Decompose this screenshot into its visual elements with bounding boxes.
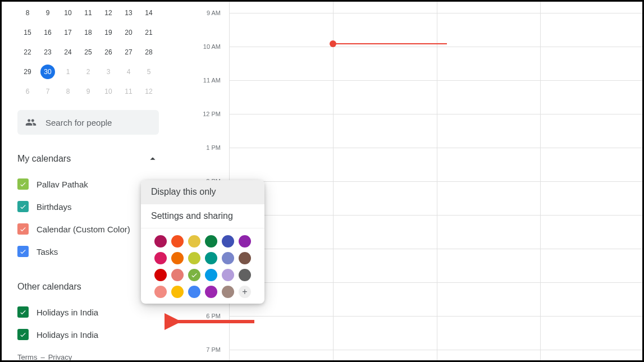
calendar-checkbox[interactable] xyxy=(17,246,29,257)
display-this-only-item[interactable]: Display this only xyxy=(141,180,264,204)
privacy-link[interactable]: Privacy xyxy=(48,353,72,361)
color-swatch[interactable] xyxy=(188,286,200,298)
color-swatch[interactable] xyxy=(171,269,184,281)
color-swatch[interactable] xyxy=(239,269,251,281)
mini-cal-day[interactable]: 9 xyxy=(78,81,98,101)
hour-label: 7 PM xyxy=(206,346,221,353)
mini-cal-day[interactable]: 3 xyxy=(98,62,118,81)
calendar-item[interactable]: Tasks xyxy=(17,240,159,263)
mini-cal-day[interactable]: 5 xyxy=(139,62,159,81)
mini-cal-day[interactable]: 11 xyxy=(78,3,98,22)
calendar-checkbox[interactable] xyxy=(17,178,29,190)
mini-calendar[interactable]: 8910111213141516171819202122232425262728… xyxy=(17,3,159,101)
mini-cal-day[interactable]: 26 xyxy=(98,42,118,62)
mini-cal-day[interactable]: 27 xyxy=(118,42,139,62)
my-calendars-list: Pallav PathakBirthdaysCalendar (Custom C… xyxy=(17,173,159,263)
mini-cal-day[interactable]: 21 xyxy=(139,22,159,42)
mini-cal-day[interactable]: 28 xyxy=(139,42,159,62)
color-swatch[interactable] xyxy=(205,235,217,248)
chevron-up-icon[interactable] xyxy=(147,153,159,165)
terms-link[interactable]: Terms xyxy=(17,353,37,361)
calendar-label: Tasks xyxy=(36,247,58,256)
mini-cal-day[interactable]: 12 xyxy=(139,81,159,101)
calendar-item[interactable]: Holidays in India xyxy=(17,323,159,346)
other-calendars-title: Other calendars xyxy=(17,282,81,292)
other-calendars-list: Holidays in IndiaHolidays in India xyxy=(17,301,159,346)
mini-cal-day[interactable]: 8 xyxy=(17,3,38,22)
hour-label: 1 PM xyxy=(206,144,221,151)
calendar-checkbox[interactable] xyxy=(17,306,29,318)
color-swatch[interactable] xyxy=(188,252,200,264)
color-swatch[interactable] xyxy=(205,269,217,281)
mini-cal-day[interactable]: 13 xyxy=(118,3,139,22)
calendar-options-popup: Display this only Settings and sharing + xyxy=(141,180,264,304)
color-swatch[interactable] xyxy=(205,252,217,264)
color-swatch[interactable] xyxy=(222,252,234,264)
color-swatch-grid: + xyxy=(141,228,264,304)
people-search-placeholder: Search for people xyxy=(45,118,112,127)
settings-and-sharing-item[interactable]: Settings and sharing xyxy=(141,204,264,228)
calendar-item[interactable]: Birthdays xyxy=(17,195,159,218)
calendar-label: Pallav Pathak xyxy=(36,180,88,189)
color-swatch[interactable] xyxy=(239,252,251,264)
mini-cal-day[interactable]: 15 xyxy=(17,22,38,42)
color-swatch[interactable] xyxy=(171,235,184,248)
mini-cal-day[interactable]: 6 xyxy=(17,81,38,101)
hour-label: 9 AM xyxy=(207,10,221,16)
people-search[interactable]: Search for people xyxy=(17,110,159,135)
people-icon xyxy=(25,117,36,128)
mini-cal-day[interactable]: 24 xyxy=(58,42,78,62)
mini-cal-day[interactable]: 7 xyxy=(38,81,58,101)
color-swatch[interactable] xyxy=(154,252,167,264)
mini-cal-day[interactable]: 8 xyxy=(58,81,78,101)
mini-cal-day[interactable]: 14 xyxy=(139,3,159,22)
calendar-checkbox[interactable] xyxy=(17,329,29,340)
mini-cal-day[interactable]: 2 xyxy=(78,62,98,81)
calendar-label: Calendar (Custom Color) xyxy=(36,224,130,234)
color-swatch[interactable] xyxy=(239,235,251,248)
calendar-item[interactable]: Pallav Pathak xyxy=(17,173,159,195)
mini-cal-day[interactable]: 10 xyxy=(98,81,118,101)
color-swatch[interactable] xyxy=(222,269,234,281)
hour-label: 11 AM xyxy=(203,77,221,84)
mini-cal-day[interactable]: 23 xyxy=(38,42,58,62)
calendar-item[interactable]: Holidays in India xyxy=(17,301,159,323)
mini-cal-day[interactable]: 12 xyxy=(98,3,118,22)
hour-label: 6 PM xyxy=(206,313,221,319)
color-swatch[interactable] xyxy=(205,286,217,298)
my-calendars-header[interactable]: My calendars xyxy=(17,153,159,165)
mini-cal-day[interactable]: 4 xyxy=(118,62,139,81)
mini-cal-day[interactable]: 30 xyxy=(38,62,58,81)
mini-cal-day[interactable]: 11 xyxy=(118,81,139,101)
color-swatch[interactable] xyxy=(188,235,200,248)
footer-links: Terms – Privacy xyxy=(17,353,72,361)
calendar-label: Holidays in India xyxy=(36,330,98,340)
color-swatch[interactable] xyxy=(222,235,234,248)
mini-cal-day[interactable]: 29 xyxy=(17,62,38,81)
calendar-item[interactable]: Calendar (Custom Color) xyxy=(17,218,159,240)
mini-cal-day[interactable]: 16 xyxy=(38,22,58,42)
hour-label: 10 AM xyxy=(203,43,221,50)
mini-cal-day[interactable]: 17 xyxy=(58,22,78,42)
color-swatch[interactable] xyxy=(154,269,167,281)
mini-cal-day[interactable]: 1 xyxy=(58,62,78,81)
other-calendars-header[interactable]: Other calendars xyxy=(17,281,159,293)
calendar-grid[interactable] xyxy=(229,2,642,360)
color-swatch[interactable] xyxy=(154,235,167,248)
color-swatch[interactable] xyxy=(171,252,184,264)
mini-cal-day[interactable]: 10 xyxy=(58,3,78,22)
color-swatch[interactable] xyxy=(154,286,167,298)
calendar-checkbox[interactable] xyxy=(17,223,29,235)
mini-cal-day[interactable]: 19 xyxy=(98,22,118,42)
calendar-checkbox[interactable] xyxy=(17,201,29,212)
mini-cal-day[interactable]: 22 xyxy=(17,42,38,62)
mini-cal-day[interactable]: 18 xyxy=(78,22,98,42)
mini-cal-day[interactable]: 25 xyxy=(78,42,98,62)
color-swatch[interactable] xyxy=(222,286,234,298)
color-swatch[interactable] xyxy=(171,286,184,298)
add-custom-color-swatch[interactable]: + xyxy=(239,286,251,298)
color-swatch[interactable] xyxy=(188,269,200,281)
mini-cal-day[interactable]: 9 xyxy=(38,3,58,22)
mini-cal-day[interactable]: 20 xyxy=(118,22,139,42)
calendar-label: Birthdays xyxy=(36,202,72,212)
